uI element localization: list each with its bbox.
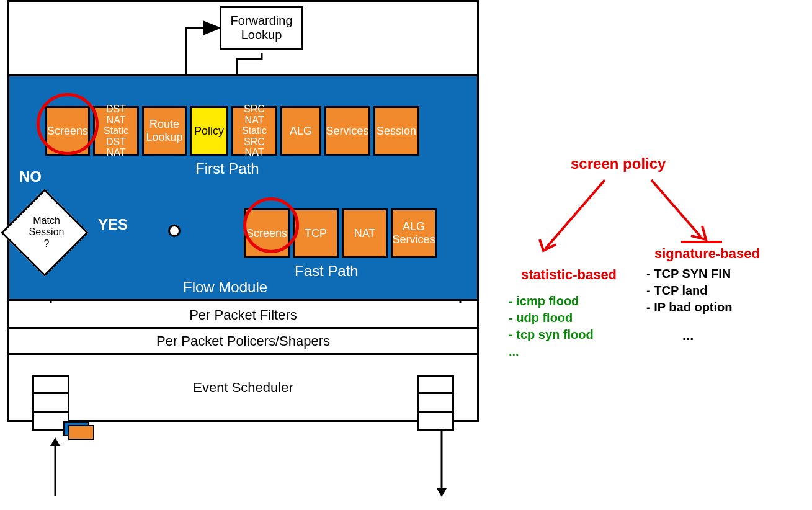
- box-label: SRC NATStaticSRC NAT: [236, 104, 273, 158]
- first-path-session-box: Session: [373, 106, 419, 156]
- first-path-route-box: RouteLookup: [142, 106, 187, 156]
- stack-segment: [32, 375, 69, 394]
- first-path-dstnat-box: DST NATStaticDST NAT: [93, 106, 139, 156]
- list-item: - IP bad option: [646, 299, 733, 316]
- join-circle: [168, 225, 181, 237]
- output-stack: [417, 375, 454, 431]
- box-label: RouteLookup: [146, 118, 182, 144]
- fast-path-label: Fast Path: [295, 262, 359, 280]
- list-item: - icmp flood: [509, 293, 594, 310]
- stack-segment: [417, 413, 454, 431]
- fast-path-alg-services-box: ALGServices: [391, 208, 437, 258]
- signature-ellipsis: ...: [682, 328, 694, 344]
- first-path-row: Screens DST NATStaticDST NAT RouteLookup…: [45, 106, 419, 156]
- list-item: - udp flood: [509, 310, 594, 326]
- per-packet-policers-row: Per Packet Policers/Shapers: [9, 329, 477, 355]
- signature-based-list: - TCP SYN FIN - TCP land - IP bad option: [646, 266, 733, 316]
- flow-diagram: ForwardingLookup NO YES Screens DST N: [7, 0, 479, 422]
- event-scheduler-row: Event Scheduler: [9, 355, 477, 422]
- first-path-services-box: Services: [324, 106, 370, 156]
- stack-segment: [417, 375, 454, 394]
- box-label: DST NATStaticDST NAT: [97, 104, 135, 158]
- box-label: TCP: [305, 227, 327, 240]
- svg-marker-4: [437, 488, 447, 497]
- list-item: ...: [509, 343, 594, 360]
- row-label: Event Scheduler: [193, 380, 293, 396]
- signature-based-label: signature-based: [654, 246, 760, 262]
- per-packet-filters-row: Per Packet Filters: [9, 303, 477, 329]
- small-orange-chip: [68, 425, 94, 440]
- forwarding-lookup-label: ForwardingLookup: [230, 14, 292, 42]
- list-item: - tcp syn flood: [509, 326, 594, 343]
- no-label: NO: [19, 168, 42, 186]
- first-path-srcnat-box: SRC NATStaticSRC NAT: [231, 106, 277, 156]
- statistic-based-list: - icmp flood - udp flood - tcp syn flood…: [509, 293, 594, 360]
- svg-marker-2: [50, 437, 60, 446]
- first-path-label: First Path: [195, 160, 259, 177]
- red-circle-highlight-2: [243, 197, 299, 253]
- stack-segment: [417, 394, 454, 413]
- box-label: ALG: [290, 125, 312, 138]
- red-circle-highlight-1: [37, 93, 99, 155]
- box-label: Session: [377, 125, 416, 138]
- box-label: NAT: [354, 227, 376, 240]
- input-stack: [32, 375, 69, 431]
- fast-path-tcp-box: TCP: [293, 208, 339, 258]
- list-item: - TCP land: [646, 282, 733, 299]
- first-path-alg-box: ALG: [280, 106, 321, 156]
- forwarding-lookup-box: ForwardingLookup: [220, 6, 303, 50]
- row-label: Per Packet Filters: [189, 307, 297, 323]
- row-label: Per Packet Policers/Shapers: [156, 333, 330, 349]
- statistic-based-label: statistic-based: [521, 267, 617, 283]
- list-item: - TCP SYN FIN: [646, 266, 733, 282]
- box-label: Policy: [194, 125, 224, 138]
- box-label: Services: [326, 125, 368, 138]
- first-path-policy-box: Policy: [190, 106, 228, 156]
- svg-line-6: [651, 180, 701, 237]
- match-session-label: MatchSession?: [25, 215, 68, 249]
- yes-label: YES: [98, 216, 128, 233]
- svg-line-5: [546, 180, 605, 248]
- output-arrow-icon: [434, 431, 453, 499]
- stack-segment: [32, 394, 69, 413]
- input-arrow-icon: [48, 437, 66, 499]
- box-label: ALGServices: [392, 220, 435, 246]
- flow-module-label: Flow Module: [183, 279, 267, 296]
- fast-path-nat-box: NAT: [342, 208, 388, 258]
